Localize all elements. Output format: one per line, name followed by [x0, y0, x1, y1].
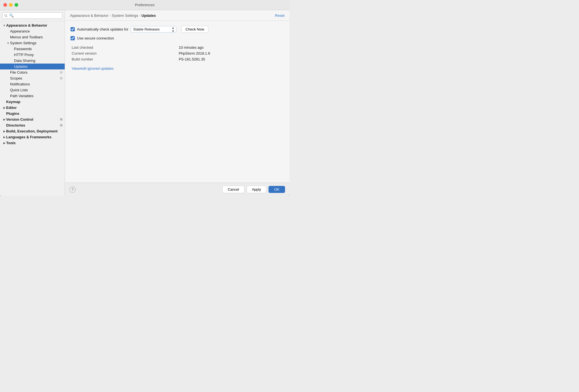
- sidebar-label-notifications: Notifications: [10, 82, 30, 86]
- stable-releases-select-wrap: Stable ReleasesEarly Access ProgramBeta …: [131, 26, 176, 32]
- sidebar-item-data-sharing[interactable]: Data Sharing: [0, 58, 65, 64]
- sidebar-item-http-proxy[interactable]: HTTP Proxy: [0, 52, 65, 58]
- ok-button[interactable]: OK: [269, 186, 285, 193]
- current-version-value: PhpStorm 2018.1.6: [179, 51, 284, 55]
- main-panel: Appearance & Behavior › System Settings …: [65, 10, 290, 196]
- sidebar-item-version-control[interactable]: ▶Version Control⊞: [0, 116, 65, 122]
- sidebar-label-directories: Directories: [6, 123, 25, 127]
- breadcrumb-sep-1: ›: [139, 14, 140, 18]
- current-version-label: Current version: [72, 51, 170, 55]
- arrow-icon-scopes: [6, 76, 10, 80]
- arrow-icon-system-settings: ▼: [6, 41, 10, 45]
- arrow-icon-appearance: [6, 29, 10, 33]
- arrow-icon-keymap: [2, 100, 6, 104]
- sidebar-label-data-sharing: Data Sharing: [14, 59, 35, 63]
- build-number-value: PS-181.5281.35: [179, 57, 284, 61]
- sidebar-label-menus-toolbars: Menus and Toolbars: [10, 35, 43, 39]
- sidebar-item-updates[interactable]: Updates: [0, 64, 65, 69]
- search-input[interactable]: [2, 12, 62, 19]
- sidebar-item-system-settings[interactable]: ▼System Settings: [0, 40, 65, 46]
- copy-icon-scopes: ⊞: [60, 76, 62, 80]
- sidebar-item-build-execution[interactable]: ▶Build, Execution, Deployment: [0, 128, 65, 134]
- last-checked-label: Last checked: [72, 45, 170, 50]
- sidebar-item-file-colors[interactable]: File Colors⊞: [0, 69, 65, 75]
- secure-connection-row: Use secure connection: [71, 36, 284, 40]
- sidebar-item-appearance-behavior[interactable]: ▼Appearance & Behavior: [0, 22, 65, 28]
- sidebar-label-appearance: Appearance: [10, 29, 30, 33]
- maximize-button[interactable]: [15, 3, 18, 7]
- titlebar: Preferences: [0, 0, 290, 10]
- sidebar-item-keymap[interactable]: Keymap: [0, 99, 65, 105]
- arrow-icon-path-variables: [6, 94, 10, 98]
- auto-check-row: Automatically check updates for Stable R…: [71, 26, 284, 33]
- update-channel-select[interactable]: Stable ReleasesEarly Access ProgramBeta …: [131, 26, 176, 32]
- arrow-icon-build-execution: ▶: [2, 129, 6, 133]
- breadcrumb-item-0: Appearance & Behavior: [70, 13, 108, 18]
- sidebar-label-build-execution: Build, Execution, Deployment: [6, 129, 57, 133]
- arrow-icon-file-colors: [6, 71, 10, 74]
- sidebar-label-passwords: Passwords: [14, 47, 32, 51]
- sidebar-label-appearance-behavior: Appearance & Behavior: [6, 23, 47, 27]
- view-ignored-updates-link[interactable]: View/edit ignored updates: [72, 66, 113, 71]
- breadcrumb: Appearance & Behavior › System Settings …: [70, 13, 156, 18]
- sidebar-label-languages-frameworks: Languages & Frameworks: [6, 135, 52, 139]
- preferences-window: Preferences ▼Appearance & BehaviorAppear…: [0, 0, 290, 196]
- version-info-table: Last checked 10 minutes ago Current vers…: [72, 45, 284, 61]
- arrow-icon-passwords: [10, 47, 14, 51]
- minimize-button[interactable]: [9, 3, 13, 7]
- auto-check-checkbox[interactable]: [71, 27, 75, 31]
- secure-connection-checkbox[interactable]: [71, 36, 75, 40]
- sidebar-item-languages-frameworks[interactable]: ▶Languages & Frameworks: [0, 134, 65, 140]
- sidebar-item-tools[interactable]: ▶Tools: [0, 140, 65, 146]
- secure-connection-label: Use secure connection: [77, 36, 114, 40]
- sidebar-label-keymap: Keymap: [6, 100, 20, 104]
- arrow-icon-updates: [10, 65, 14, 69]
- last-checked-value: 10 minutes ago: [179, 45, 284, 50]
- sidebar: ▼Appearance & BehaviorAppearanceMenus an…: [0, 10, 65, 196]
- sidebar-item-quick-lists[interactable]: Quick Lists: [0, 87, 65, 93]
- sidebar-label-path-variables: Path Variables: [10, 94, 34, 98]
- copy-icon-version-control: ⊞: [60, 118, 62, 121]
- sidebar-item-scopes[interactable]: Scopes⊞: [0, 75, 65, 81]
- sidebar-item-directories[interactable]: Directories⊞: [0, 122, 65, 128]
- sidebar-label-quick-lists: Quick Lists: [10, 88, 28, 92]
- sidebar-item-notifications[interactable]: Notifications: [0, 81, 65, 87]
- arrow-icon-notifications: [6, 82, 10, 86]
- sidebar-item-editor[interactable]: ▶Editor: [0, 105, 65, 111]
- arrow-icon-menus-toolbars: [6, 35, 10, 39]
- sidebar-label-system-settings: System Settings: [10, 41, 36, 45]
- sidebar-item-path-variables[interactable]: Path Variables: [0, 93, 65, 99]
- arrow-icon-editor: ▶: [2, 106, 6, 110]
- close-button[interactable]: [3, 3, 7, 7]
- check-now-button[interactable]: Check Now: [181, 26, 208, 33]
- sidebar-item-passwords[interactable]: Passwords: [0, 46, 65, 52]
- arrow-icon-languages-frameworks: ▶: [2, 135, 6, 139]
- sidebar-item-plugins[interactable]: Plugins: [0, 111, 65, 116]
- sidebar-label-plugins: Plugins: [6, 111, 19, 116]
- copy-icon-directories: ⊞: [60, 123, 62, 127]
- apply-button[interactable]: Apply: [247, 186, 267, 193]
- auto-check-label: Automatically check updates for: [77, 27, 129, 31]
- arrow-icon-data-sharing: [10, 59, 14, 63]
- sidebar-label-version-control: Version Control: [6, 117, 33, 122]
- cancel-button[interactable]: Cancel: [222, 186, 244, 193]
- sidebar-label-http-proxy: HTTP Proxy: [14, 53, 34, 57]
- sidebar-label-tools: Tools: [6, 141, 16, 145]
- arrow-icon-tools: ▶: [2, 141, 6, 145]
- breadcrumb-current: Updates: [141, 13, 156, 18]
- breadcrumb-sep-0: ›: [109, 14, 111, 18]
- help-icon[interactable]: ?: [69, 186, 76, 193]
- sidebar-item-menus-toolbars[interactable]: Menus and Toolbars: [0, 34, 65, 40]
- arrow-icon-http-proxy: [10, 53, 14, 57]
- main-content-area: ▼Appearance & BehaviorAppearanceMenus an…: [0, 10, 290, 196]
- sidebar-item-appearance[interactable]: Appearance: [0, 28, 65, 34]
- sidebar-label-editor: Editor: [6, 106, 17, 110]
- arrow-icon-version-control: ▶: [2, 118, 6, 122]
- arrow-icon-appearance-behavior: ▼: [2, 24, 6, 27]
- arrow-icon-plugins: [2, 112, 6, 116]
- arrow-icon-quick-lists: [6, 88, 10, 92]
- breadcrumb-item-1: System Settings: [112, 13, 138, 18]
- sidebar-label-scopes: Scopes: [10, 76, 22, 80]
- sidebar-label-file-colors: File Colors: [10, 70, 27, 74]
- reset-link[interactable]: Reset: [275, 13, 284, 18]
